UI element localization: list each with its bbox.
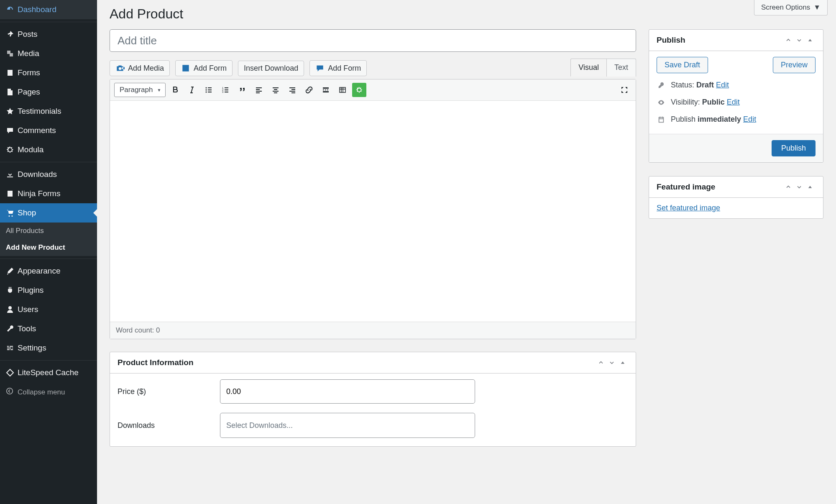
panel-up-button[interactable]: [783, 182, 794, 192]
panel-down-button[interactable]: [606, 357, 617, 368]
sidebar-label: Downloads: [18, 170, 57, 179]
italic-button[interactable]: [185, 83, 199, 97]
downloads-select[interactable]: Select Downloads...: [220, 413, 475, 438]
cart-icon: [6, 209, 18, 217]
sidebar-item-comments[interactable]: Comments: [0, 121, 97, 140]
align-center-button[interactable]: [268, 83, 283, 97]
panel-toggle-button[interactable]: [805, 182, 816, 192]
sidebar-item-users[interactable]: Users: [0, 300, 97, 319]
sidebar-label: Plugins: [18, 286, 43, 295]
panel-up-button[interactable]: [596, 357, 606, 368]
price-label: Price ($): [118, 387, 220, 396]
svg-point-2: [206, 90, 207, 91]
sidebar-item-forms[interactable]: Forms: [0, 63, 97, 82]
sidebar-label: Testimonials: [18, 107, 61, 116]
panel-down-button[interactable]: [794, 182, 805, 192]
sidebar-label: Modula: [18, 145, 43, 154]
product-info-panel: Product Information Price ($) Downloads: [110, 352, 636, 447]
publish-button[interactable]: Publish: [772, 140, 816, 156]
publish-panel: Publish Save Draft Preview Sta: [649, 29, 823, 163]
toolbar-toggle-button[interactable]: [335, 83, 350, 97]
read-more-button[interactable]: [319, 83, 333, 97]
editor-footer: Word count: 0: [110, 322, 636, 339]
key-icon: [657, 82, 667, 89]
submenu-all-products[interactable]: All Products: [0, 223, 97, 239]
submenu-add-new-product[interactable]: Add New Product: [0, 239, 97, 256]
editor-tab-text[interactable]: Text: [606, 59, 636, 77]
add-media-button[interactable]: Add Media: [110, 60, 170, 76]
downloads-label: Downloads: [118, 421, 220, 430]
chat-icon: [315, 64, 325, 73]
align-left-button[interactable]: [252, 83, 266, 97]
collapse-menu[interactable]: Collapse menu: [0, 382, 97, 402]
editor-textarea[interactable]: [110, 101, 636, 322]
sidebar-label: Shop: [18, 208, 36, 217]
screen-options-toggle[interactable]: Screen Options ▼: [754, 0, 828, 15]
blockquote-button[interactable]: [235, 83, 249, 97]
sidebar-item-tools[interactable]: Tools: [0, 319, 97, 338]
add-form-button-1[interactable]: Add Form: [175, 60, 233, 76]
sidebar-item-downloads[interactable]: Downloads: [0, 165, 97, 184]
sidebar-label: Ninja Forms: [18, 189, 60, 198]
pages-icon: [6, 88, 18, 96]
featured-image-title: Featured image: [657, 182, 715, 192]
sidebar-item-modula[interactable]: Modula: [0, 140, 97, 159]
sidebar-item-litespeed[interactable]: LiteSpeed Cache: [0, 363, 97, 382]
panel-down-button[interactable]: [794, 35, 805, 46]
eye-icon: [657, 99, 667, 106]
sidebar-label: Posts: [18, 30, 38, 39]
edit-status-link[interactable]: Edit: [716, 81, 729, 89]
product-title-input[interactable]: [110, 29, 636, 52]
content-editor: Paragraph 123: [110, 79, 636, 339]
fullscreen-button[interactable]: [617, 83, 631, 97]
schedule-value: immediately: [698, 115, 741, 123]
sidebar-item-dashboard[interactable]: Dashboard: [0, 0, 97, 19]
paragraph-select[interactable]: Paragraph: [114, 83, 166, 97]
product-info-title: Product Information: [118, 358, 194, 367]
panel-toggle-button[interactable]: [805, 35, 816, 46]
sidebar-label: Dashboard: [18, 5, 56, 14]
calendar-icon: [657, 116, 667, 123]
editor-tab-visual[interactable]: Visual: [570, 59, 606, 77]
sidebar-item-appearance[interactable]: Appearance: [0, 261, 97, 281]
page-title: Add Product: [110, 6, 823, 22]
collapse-label: Collapse menu: [18, 388, 65, 397]
svg-point-0: [7, 388, 13, 394]
sidebar-item-settings[interactable]: Settings: [0, 338, 97, 358]
preview-button[interactable]: Preview: [773, 57, 816, 73]
status-value: Draft: [696, 81, 714, 89]
word-count: 0: [156, 326, 160, 334]
sidebar-item-pages[interactable]: Pages: [0, 82, 97, 102]
sidebar-item-plugins[interactable]: Plugins: [0, 281, 97, 300]
align-right-button[interactable]: [285, 83, 299, 97]
bold-button[interactable]: [168, 83, 182, 97]
panel-up-button[interactable]: [783, 35, 794, 46]
price-input[interactable]: [220, 379, 475, 404]
numbered-list-button[interactable]: 123: [218, 83, 233, 97]
save-draft-button[interactable]: Save Draft: [657, 57, 708, 73]
edit-visibility-link[interactable]: Edit: [727, 98, 740, 106]
settings-button[interactable]: [352, 83, 366, 97]
bullet-list-button[interactable]: [202, 83, 216, 97]
insert-download-button[interactable]: Insert Download: [238, 61, 304, 76]
sidebar-label: Appearance: [18, 266, 60, 276]
sidebar-item-testimonials[interactable]: Testimonials: [0, 102, 97, 121]
svg-point-1: [206, 87, 207, 89]
panel-toggle-button[interactable]: [617, 357, 628, 368]
sidebar-label: Pages: [18, 87, 40, 97]
set-featured-image-link[interactable]: Set featured image: [657, 204, 720, 212]
user-icon: [6, 305, 18, 314]
edit-schedule-link[interactable]: Edit: [743, 115, 756, 123]
sidebar-item-ninja-forms[interactable]: Ninja Forms: [0, 184, 97, 203]
featured-image-panel: Featured image Set featured image: [649, 176, 823, 219]
sidebar-item-media[interactable]: Media: [0, 44, 97, 63]
wrench-icon: [6, 325, 18, 333]
sliders-icon: [6, 344, 18, 352]
comment-icon: [6, 126, 18, 135]
add-form-button-2[interactable]: Add Form: [309, 60, 367, 76]
sidebar-item-shop[interactable]: Shop: [0, 203, 97, 223]
link-button[interactable]: [302, 83, 316, 97]
sidebar-item-posts[interactable]: Posts: [0, 25, 97, 44]
diamond-icon: [6, 368, 18, 377]
gear-icon: [6, 146, 18, 154]
